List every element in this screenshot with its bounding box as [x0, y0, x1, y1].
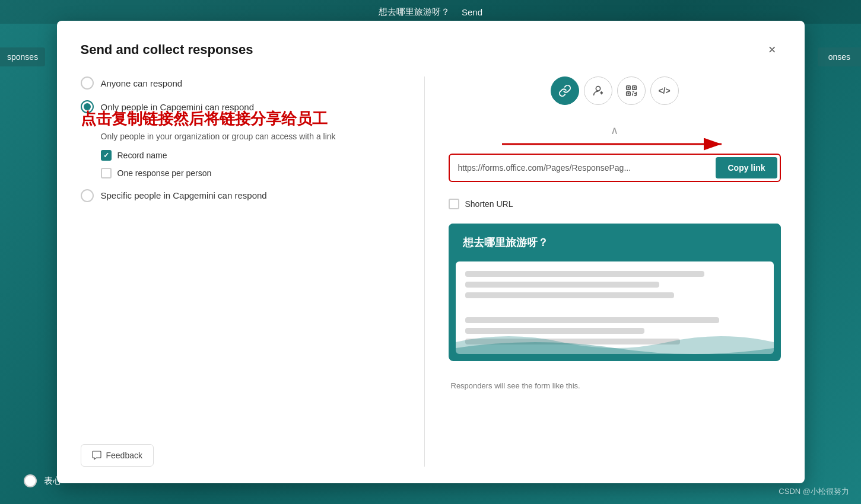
modal-dialog: Send and collect responses × Anyone can …	[57, 21, 805, 483]
radio-label-only-people: Only people in Capgemini can respond	[101, 102, 255, 112]
radio-circle-only-people	[81, 100, 94, 113]
preview-footer-text: Responders will see the form like this.	[449, 381, 781, 390]
checkbox-one-response-label: One response per person	[117, 168, 212, 178]
feedback-button[interactable]: Feedback	[81, 444, 154, 467]
bottom-radio-circle	[24, 474, 37, 487]
radio-label-specific: Specific people in Capgemini can respond	[101, 190, 267, 200]
tab-icons: </>	[449, 76, 781, 105]
modal-header: Send and collect responses ×	[81, 40, 781, 60]
modal-title: Send and collect responses	[81, 42, 253, 58]
close-button[interactable]: ×	[764, 40, 781, 60]
svg-rect-4	[633, 87, 635, 89]
checkbox-record-name-label: Record name	[117, 151, 167, 160]
watermark: CSDN @小松很努力	[779, 486, 849, 497]
left-panel: Anyone can respond Only people in Capgem…	[81, 76, 425, 467]
shorten-url-row: Shorten URL	[449, 199, 781, 209]
sub-options: Only people in your organization or grou…	[101, 131, 401, 178]
preview-header: 想去哪里旅游呀？	[449, 224, 781, 261]
checkbox-one-response-box	[101, 168, 112, 178]
link-url-input[interactable]	[452, 158, 711, 177]
checkbox-record-name[interactable]: Record name	[101, 150, 401, 161]
shorten-url-checkbox[interactable]	[449, 199, 459, 209]
link-copy-area: Copy link	[449, 154, 781, 182]
svg-rect-2	[627, 87, 629, 89]
checkbox-one-response[interactable]: One response per person	[101, 168, 401, 178]
preview-line-1	[465, 271, 704, 277]
wave-decoration	[456, 330, 774, 354]
copy-link-button[interactable]: Copy link	[716, 157, 777, 178]
preview-line-3	[465, 292, 675, 298]
svg-rect-6	[627, 93, 629, 95]
radio-anyone[interactable]: Anyone can respond	[81, 76, 401, 90]
qr-code-icon	[625, 84, 638, 97]
radio-specific[interactable]: Specific people in Capgemini can respond	[81, 189, 401, 202]
embed-icon: </>	[658, 86, 670, 95]
preview-content	[456, 261, 774, 354]
checkbox-record-name-box	[101, 150, 112, 161]
link-icon	[558, 84, 571, 97]
bottom-radio-label: 表心	[44, 476, 62, 487]
right-panel: </> ∧ Copy link Shorten URL	[425, 76, 781, 467]
radio-circle-specific	[81, 189, 94, 202]
tab-qr-code[interactable]	[617, 76, 646, 105]
share-people-icon	[592, 84, 605, 97]
modal-body: Anyone can respond Only people in Capgem…	[81, 76, 781, 467]
modal-backdrop: Send and collect responses × Anyone can …	[0, 0, 861, 504]
tab-embed[interactable]: </>	[650, 76, 679, 105]
chevron-down-icon: ∧	[449, 124, 781, 137]
radio-only-people[interactable]: Only people in Capgemini can respond	[81, 100, 401, 113]
svg-point-0	[596, 87, 600, 91]
radio-label-anyone: Anyone can respond	[101, 78, 183, 88]
shorten-url-label: Shorten URL	[465, 199, 513, 209]
feedback-icon	[92, 451, 101, 460]
tab-link[interactable]	[551, 76, 579, 105]
tab-share-people[interactable]	[584, 76, 612, 105]
feedback-label: Feedback	[106, 451, 142, 460]
preview-card: 想去哪里旅游呀？	[449, 224, 781, 361]
preview-line-2	[465, 282, 660, 288]
preview-form-title: 想去哪里旅游呀？	[463, 237, 548, 248]
bottom-radio-area: 表心	[24, 474, 62, 487]
radio-circle-anyone	[81, 76, 94, 90]
sub-option-text: Only people in your organization or grou…	[101, 131, 401, 143]
preview-line-4	[465, 317, 719, 323]
radio-group: Anyone can respond Only people in Capgem…	[81, 76, 401, 202]
